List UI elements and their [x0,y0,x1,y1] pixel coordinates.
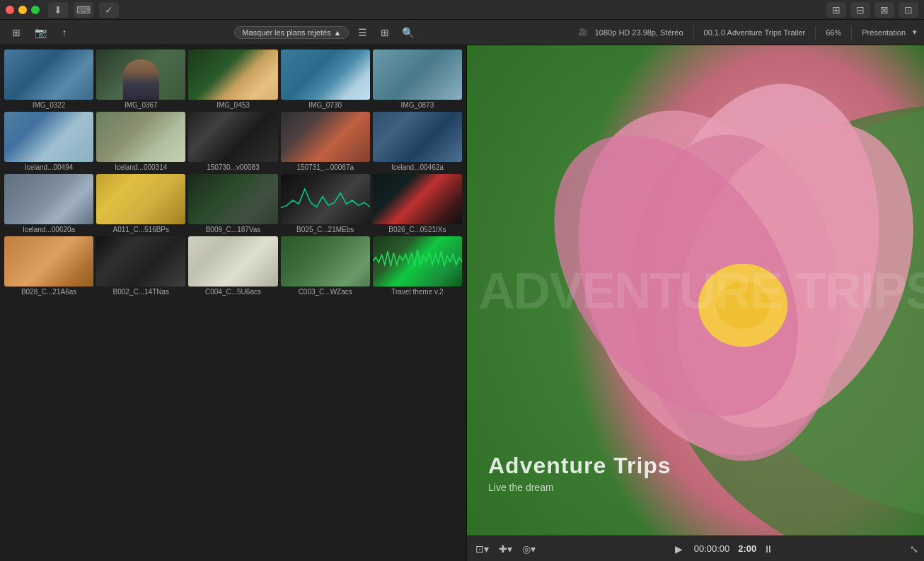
thumbnail [373,236,462,287]
media-label: 150731_...00087a [281,163,370,171]
filter-arrow: ▲ [334,28,342,37]
timecode-display: 00:00:00 [694,543,730,554]
list-item[interactable]: C004_C...5U6acs [188,236,277,296]
list-item[interactable]: IMG_0322 [4,50,93,109]
main-area: IMG_0322 IMG_0367 IMG_0453 IMG_0730 IMG_… [0,45,924,561]
window-btn-1[interactable]: ⊞ [826,2,846,18]
list-item[interactable]: A011_C...516BPs [96,174,185,233]
thumbnail [188,174,277,224]
camera-icon: 🎥 [578,28,588,37]
thumbnail [281,112,370,162]
pause-button[interactable]: ⏸ [761,542,776,556]
list-item[interactable]: B025_C...21MEbs [281,174,370,233]
media-label: 150730...v00083 [188,163,277,171]
list-item[interactable]: Iceland...00494 [4,112,93,171]
thumbnail [373,112,462,162]
view-arrow[interactable]: ▾ [913,28,917,37]
media-label: B025_C...21MEbs [281,226,370,233]
list-item[interactable]: IMG_0730 [281,50,370,109]
thumbnail [4,112,93,162]
play-button[interactable]: ▶ [672,542,686,556]
window-btn-4[interactable]: ⊡ [899,2,918,18]
minimize-button[interactable] [18,6,27,14]
view-label[interactable]: Présentation [862,28,906,37]
expand-button[interactable]: ⤡ [910,543,918,555]
preview-watermark: ADVENTURE TRIPS [478,262,924,320]
thumbnail [96,112,185,162]
media-label: C003_C...WZacs [281,288,370,296]
thumbnail [373,174,462,224]
titlebar-icon-2[interactable]: ⌨ [74,2,93,18]
transform-button[interactable]: ✚▾ [496,542,515,556]
media-grid: IMG_0322 IMG_0367 IMG_0453 IMG_0730 IMG_… [0,45,466,561]
view-options-button[interactable]: ⊡▾ [473,542,492,556]
thumbnail [96,50,185,100]
media-label: IMG_0453 [188,101,277,109]
maximize-button[interactable] [31,6,40,14]
toolbar-center: Masquer les plans rejetés ▲ ☰ ⊞ 🔍 [79,25,572,40]
grid-view-icon[interactable]: ⊞ [376,25,394,40]
thumbnail [281,236,370,287]
titlebar: ⬇ ⌨ ✓ ⊞ ⊟ ⊠ ⊡ [0,0,924,20]
media-label: B026_C...0521IXs [373,226,462,233]
media-label: Iceland...00620a [4,226,93,233]
list-item[interactable]: Iceland...00620a [4,174,93,233]
list-item[interactable]: Travel theme v.2 [373,236,462,296]
media-label: IMG_0367 [96,101,185,109]
list-view-icon[interactable]: ☰ [353,25,371,40]
color-button[interactable]: ◎▾ [519,542,538,556]
list-item[interactable]: IMG_0367 [96,50,185,109]
list-item[interactable]: B002_C...14TNas [96,236,185,296]
format-label: 1080p HD 23.98p, Stéréo [595,28,683,37]
thumbnail [188,50,277,100]
list-item[interactable]: IMG_0873 [373,50,462,109]
media-label: IMG_0873 [373,101,462,109]
close-button[interactable] [6,6,14,14]
thumbnail [4,236,93,287]
thumbnail [96,174,185,224]
media-label: B028_C...21A6as [4,288,93,296]
filter-pill[interactable]: Masquer les plans rejetés ▲ [234,26,349,39]
thumbnail [188,236,277,287]
preview-panel: ADVENTURE TRIPS Adventure Trips Live the… [467,45,924,561]
titlebar-right: ⊞ ⊟ ⊠ ⊡ [826,2,918,18]
toolbar-right: 🎥 1080p HD 23.98p, Stéréo 00.1.0 Adventu… [578,26,917,39]
project-label: 00.1.0 Adventure Trips Trailer [704,28,806,37]
window-btn-2[interactable]: ⊟ [850,2,870,18]
list-item[interactable]: 150731_...00087a [281,112,370,171]
list-item[interactable]: B009_C...187Vas [188,174,277,233]
list-item[interactable]: 150730...v00083 [188,112,277,171]
preview-title: Adventure Trips [488,453,671,479]
preview-video[interactable]: ADVENTURE TRIPS Adventure Trips Live the… [467,45,924,536]
toolbar: ⊞ 📷 ↑ Masquer les plans rejetés ▲ ☰ ⊞ 🔍 … [0,20,924,45]
media-label: IMG_0322 [4,101,93,109]
zoom-label: 66% [826,28,841,37]
thumbnail [4,174,93,224]
list-item[interactable]: Iceland...00462a [373,112,462,171]
thumbnail [4,50,93,100]
titlebar-icon-1[interactable]: ⬇ [48,2,68,18]
thumbnail [281,174,370,224]
preview-subtitle: Live the dream [488,482,671,493]
media-label: Travel theme v.2 [373,288,462,296]
media-label: C004_C...5U6acs [188,288,277,296]
traffic-lights [6,6,40,14]
list-item[interactable]: C003_C...WZacs [281,236,370,296]
search-icon[interactable]: 🔍 [398,25,417,40]
titlebar-icon-3[interactable]: ✓ [99,2,119,18]
window-btn-3[interactable]: ⊠ [874,2,894,18]
media-label: B002_C...14TNas [96,288,185,296]
list-item[interactable]: B028_C...21A6as [4,236,93,296]
thumbnail [188,112,277,162]
list-item[interactable]: B026_C...0521IXs [373,174,462,233]
toolbar-left: ⊞ 📷 ↑ [7,25,74,40]
media-import-icon[interactable]: 📷 [31,25,50,40]
library-icon[interactable]: ⊞ [7,25,25,40]
list-item[interactable]: IMG_0453 [188,50,277,109]
thumbnail [281,50,370,100]
share-icon[interactable]: ↑ [55,25,74,40]
media-label: Iceland...000314 [96,163,185,171]
thumbnail [96,236,185,287]
list-item[interactable]: Iceland...000314 [96,112,185,171]
thumbnail [373,50,462,100]
